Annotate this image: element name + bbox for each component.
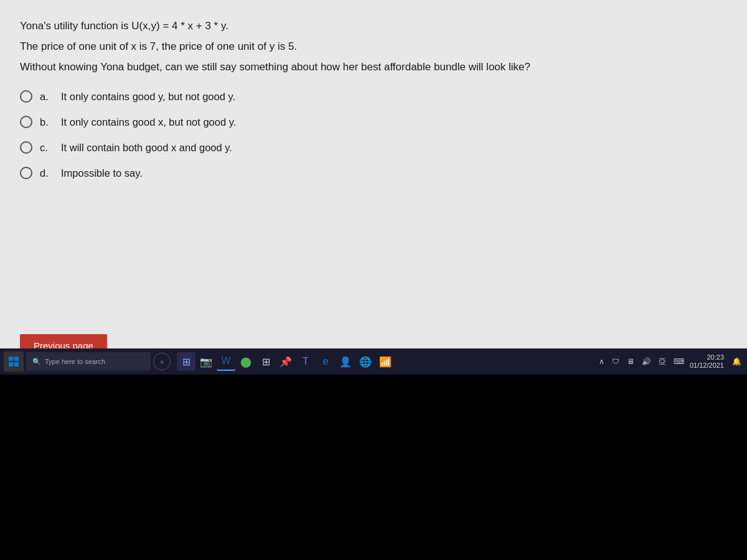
option-d-letter: d.: [40, 167, 54, 179]
taskbar-date-display: 01/12/2021: [690, 362, 724, 370]
taskbar-right: ∧ 🛡 🖥 🔊 亞 ⌨ 20:23 01/12/2021 🔔: [597, 353, 743, 370]
option-a-letter: a.: [40, 91, 54, 103]
taskbar: 🔍 Type here to search ○ ⊞ 📷 W ⬤ ⊞ 📌 T e …: [0, 348, 747, 375]
option-d-text: Impossible to say.: [61, 166, 143, 180]
volume-icon[interactable]: 🔊: [640, 357, 653, 366]
question-line-2: The price of one unit of x is 7, the pri…: [20, 38, 727, 55]
network-icon[interactable]: 🖥: [625, 357, 636, 366]
option-c-letter: c.: [40, 142, 54, 154]
taskbar-datetime[interactable]: 20:23 01/12/2021: [690, 353, 724, 370]
taskbar-app-word[interactable]: W: [217, 352, 235, 371]
option-a-row[interactable]: a. It only contains good y, but not good…: [20, 90, 727, 104]
svg-rect-1: [14, 357, 19, 361]
task-view-button[interactable]: ○: [153, 353, 171, 370]
option-b-row[interactable]: b. It only contains good x, but not good…: [20, 115, 727, 129]
option-b-letter: b.: [40, 116, 54, 128]
taskbar-app-pin[interactable]: 📌: [276, 352, 295, 371]
main-content: Yona's utility function is U(x,y) = 4 * …: [0, 0, 747, 368]
taskbar-app-blue[interactable]: 🌐: [356, 352, 375, 371]
radio-c[interactable]: [20, 141, 32, 154]
radio-b[interactable]: [20, 116, 32, 128]
keyboard-icon[interactable]: ⌨: [672, 357, 686, 366]
taskbar-app-edge[interactable]: e: [316, 352, 335, 371]
option-c-text: It will contain both good x and good y.: [61, 141, 232, 155]
search-placeholder-text: Type here to search: [45, 358, 105, 365]
option-a-text: It only contains good y, but not good y.: [61, 90, 235, 104]
taskbar-app-chrome[interactable]: ⬤: [237, 352, 255, 371]
option-d-row[interactable]: d. Impossible to say.: [20, 166, 727, 180]
search-icon: 🔍: [32, 358, 41, 366]
taskbar-app-widgets[interactable]: ⊞: [177, 352, 195, 371]
start-button[interactable]: [4, 352, 24, 371]
svg-rect-0: [9, 357, 13, 361]
question-line-3: Without knowing Yona budget, can we stil…: [20, 58, 727, 75]
radio-a[interactable]: [20, 90, 32, 103]
shield-icon[interactable]: 🛡: [610, 357, 621, 366]
taskbar-app-user[interactable]: 👤: [336, 352, 355, 371]
taskbar-app-teams[interactable]: T: [296, 352, 315, 371]
taskbar-time-display: 20:23: [707, 353, 724, 362]
taskbar-apps: ⊞ 📷 W ⬤ ⊞ 📌 T e 👤 🌐 📶: [177, 352, 395, 371]
options-container: a. It only contains good y, but not good…: [20, 90, 727, 180]
radio-d[interactable]: [20, 167, 32, 179]
notification-icon[interactable]: 🔔: [730, 357, 743, 366]
svg-rect-3: [14, 362, 19, 366]
option-c-row[interactable]: c. It will contain both good x and good …: [20, 141, 727, 155]
search-bar[interactable]: 🔍 Type here to search: [26, 352, 151, 371]
taskbar-app-wifi[interactable]: 📶: [376, 352, 395, 371]
question-line-1: Yona's utility function is U(x,y) = 4 * …: [20, 17, 727, 34]
svg-rect-2: [9, 362, 13, 366]
option-b-text: It only contains good x, but not good y.: [61, 115, 236, 129]
taskbar-app-camera[interactable]: 📷: [197, 352, 215, 371]
taskbar-app-grid[interactable]: ⊞: [256, 352, 275, 371]
language-icon[interactable]: 亞: [657, 357, 668, 367]
chevron-up-icon[interactable]: ∧: [597, 357, 606, 366]
bottom-area: [0, 375, 747, 560]
